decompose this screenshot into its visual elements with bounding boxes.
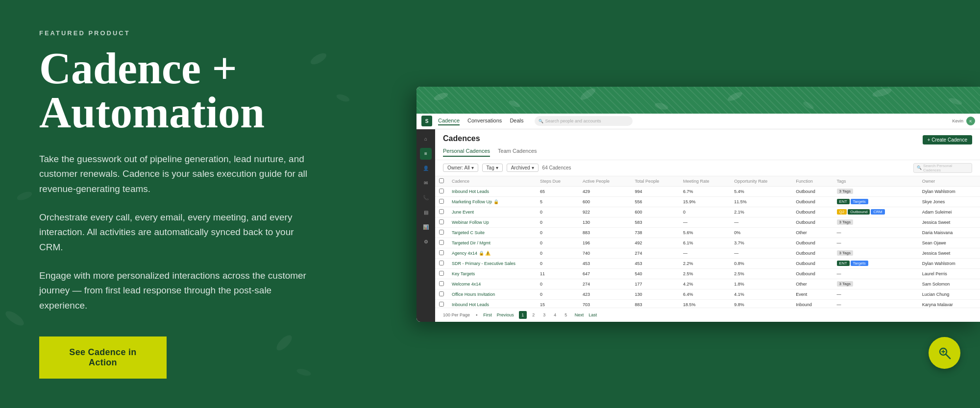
tags: ENTTargets	[833, 196, 918, 207]
cadence-name[interactable]: Agency 4x14 🔒 ⚠️	[452, 251, 490, 256]
header-decoration	[416, 87, 980, 114]
sidebar-mail-icon[interactable]: ✉	[420, 177, 432, 189]
row-checkbox[interactable]	[439, 302, 444, 307]
svg-point-9	[654, 101, 669, 111]
owner: Sean Ojawe	[918, 238, 980, 248]
page-5[interactable]: 5	[562, 311, 570, 319]
global-search[interactable]: 🔍 Search people and accounts	[535, 116, 633, 126]
svg-line-15	[946, 354, 950, 359]
total-people: 738	[631, 227, 679, 238]
tags: —	[833, 299, 918, 308]
app-screenshot: S Cadence Conversations Deals 🔍 Search p…	[416, 87, 980, 322]
meeting-rate: —	[679, 248, 730, 258]
active-people: 429	[579, 186, 631, 196]
steps-due: 15	[536, 299, 579, 308]
archived-filter[interactable]: Archived ▾	[507, 164, 539, 172]
sidebar-layers-icon[interactable]: ▤	[420, 207, 432, 218]
owner-filter[interactable]: Owner: All ▾	[443, 164, 478, 172]
active-people: 600	[579, 196, 631, 207]
opportunity-rate: 0%	[730, 227, 792, 238]
cadence-name[interactable]: Webinar Follow Up	[452, 220, 489, 225]
row-checkbox[interactable]	[439, 230, 444, 235]
floating-search-button[interactable]	[929, 337, 960, 369]
tag-filter-label: Tag	[487, 165, 494, 170]
cadence-name[interactable]: SDR - Primary - Executive Sales	[452, 261, 515, 266]
opportunity-rate: 1.8%	[730, 279, 792, 289]
cadence-name[interactable]: Key Targets	[452, 271, 475, 276]
steps-due: 0	[536, 289, 579, 299]
heading-line1: Cadence +	[39, 44, 237, 93]
meeting-rate: 2.2%	[679, 258, 730, 268]
last-page[interactable]: Last	[588, 312, 597, 317]
previous-page[interactable]: Previous	[497, 312, 514, 317]
sidebar-users-icon[interactable]: 👤	[420, 163, 432, 174]
row-checkbox[interactable]	[439, 261, 444, 265]
steps-due: 65	[536, 186, 579, 196]
user-avatar: K	[966, 117, 975, 125]
total-people: 274	[631, 248, 679, 258]
cadence-search[interactable]: 🔍 Search Personal Cadences	[913, 163, 972, 173]
tags: 3 Tags	[833, 217, 918, 227]
sidebar-cadence-icon[interactable]: ≡	[420, 148, 432, 160]
nav-tab-deals[interactable]: Deals	[510, 117, 523, 125]
function: Outbound	[792, 207, 833, 217]
sidebar-phone-icon[interactable]: 📞	[420, 192, 432, 204]
toolbar-right: Kevin K	[952, 117, 975, 125]
cadence-name[interactable]: Office Hours Invitation	[452, 292, 495, 297]
tab-personal-cadences[interactable]: Personal Cadences	[443, 146, 490, 157]
cadences-count: 64 Cadences	[542, 165, 571, 170]
cadence-name[interactable]: Inbound Hot Leads	[452, 189, 489, 194]
active-people: 130	[579, 217, 631, 227]
cadence-name[interactable]: Targeted Dir / Mgmt	[452, 240, 490, 245]
row-checkbox[interactable]	[439, 250, 444, 255]
page-3[interactable]: 3	[540, 311, 548, 319]
next-page[interactable]: Next	[575, 312, 584, 317]
archived-filter-label: Archived	[511, 165, 530, 170]
owner: Adam Suleimei	[918, 207, 980, 217]
cadence-name[interactable]: June Event	[452, 210, 474, 215]
row-checkbox[interactable]	[439, 281, 444, 286]
cta-button[interactable]: See Cadence in Action	[39, 336, 167, 379]
select-all-checkbox[interactable]	[439, 178, 444, 183]
total-people: 994	[631, 186, 679, 196]
create-cadence-button[interactable]: + Create Cadence	[923, 135, 972, 144]
cadence-name[interactable]: Marketing Follow Up 🔒	[452, 199, 499, 204]
owner: Laurel Perris	[918, 268, 980, 279]
row-checkbox[interactable]	[439, 291, 444, 296]
first-page[interactable]: First	[483, 312, 492, 317]
owner: Karyna Malavar	[918, 299, 980, 308]
nav-tab-conversations[interactable]: Conversations	[467, 117, 502, 125]
opportunity-rate: 0.8%	[730, 258, 792, 268]
row-checkbox[interactable]	[439, 189, 444, 193]
col-cadence: Cadence	[448, 176, 536, 187]
tab-team-cadences[interactable]: Team Cadences	[498, 146, 537, 157]
content-tabs: Personal Cadences Team Cadences	[443, 146, 972, 157]
row-checkbox[interactable]	[439, 219, 444, 224]
page-4[interactable]: 4	[551, 311, 559, 319]
current-page[interactable]: 1	[519, 311, 527, 319]
row-checkbox[interactable]	[439, 271, 444, 276]
nav-tab-cadence[interactable]: Cadence	[438, 117, 460, 125]
page-2[interactable]: 2	[530, 311, 538, 319]
sidebar-settings-icon[interactable]: ⚙	[420, 236, 432, 248]
svg-point-6	[433, 91, 449, 102]
row-checkbox[interactable]	[439, 240, 444, 245]
sidebar-chart-icon[interactable]: 📊	[420, 221, 432, 233]
opportunity-rate: 2.5%	[730, 268, 792, 279]
cadence-name[interactable]: Welcome 4x14	[452, 282, 481, 287]
steps-due: 11	[536, 268, 579, 279]
tag-filter[interactable]: Tag ▾	[482, 164, 503, 172]
sidebar-home-icon[interactable]: ⌂	[420, 133, 432, 145]
cadence-name[interactable]: Inbound Hot Leads	[452, 302, 489, 307]
meeting-rate: 5.6%	[679, 227, 730, 238]
cadence-name[interactable]: Targeted C Suite	[452, 230, 485, 235]
table-row: Welcome 4x14 0 274 177 4.2% 1.8% Other 3…	[435, 279, 980, 289]
col-meeting-rate: Meeting Rate	[679, 176, 730, 187]
owner: Jessica Sweet	[918, 248, 980, 258]
cadences-table: Cadence Steps Due Active People Total Pe…	[435, 176, 980, 308]
row-checkbox[interactable]	[439, 199, 444, 204]
tags: —	[833, 268, 918, 279]
right-panel: S Cadence Conversations Deals 🔍 Search p…	[343, 0, 980, 408]
owner: Dylan Wahlstrom	[918, 258, 980, 268]
row-checkbox[interactable]	[439, 209, 444, 214]
